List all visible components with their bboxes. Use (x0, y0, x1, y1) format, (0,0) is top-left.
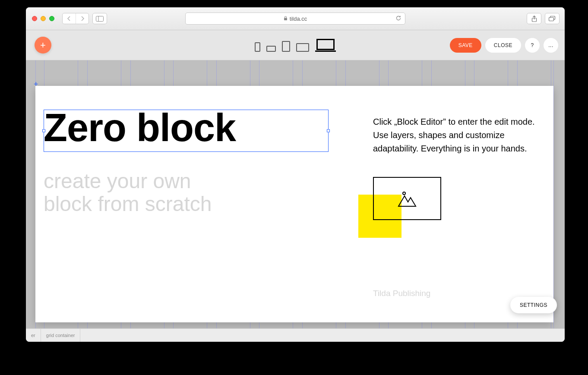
tabs-button[interactable] (545, 13, 560, 24)
resize-handle-right[interactable] (327, 129, 330, 132)
back-button[interactable] (63, 13, 76, 24)
device-desktop-icon[interactable] (315, 39, 336, 52)
editor-toolbar: + SAVE CLOSE ? ... (26, 30, 565, 60)
crumb-item[interactable]: er (26, 329, 41, 342)
svg-point-6 (403, 192, 405, 195)
reload-icon[interactable] (395, 15, 401, 22)
minimize-window-icon[interactable] (41, 16, 46, 21)
subheading-text[interactable]: create your own block from scratch (44, 170, 212, 216)
sidebar-toggle-button[interactable] (92, 13, 107, 24)
device-phone-landscape-icon[interactable] (266, 46, 276, 52)
more-button[interactable]: ... (544, 38, 558, 53)
close-button[interactable]: CLOSE (485, 38, 521, 53)
traffic-lights (32, 16, 54, 21)
svg-rect-2 (284, 18, 287, 20)
device-tablet-portrait-icon[interactable] (282, 41, 290, 52)
help-button[interactable]: ? (525, 38, 540, 53)
device-switcher (255, 39, 336, 52)
address-bar[interactable]: tilda.cc (185, 13, 405, 25)
image-placeholder[interactable] (373, 177, 441, 220)
toolbar-actions: SAVE CLOSE ? ... (450, 38, 558, 53)
settings-button[interactable]: SETTINGS (510, 297, 557, 313)
url-text: tilda.cc (290, 16, 307, 22)
paragraph-text[interactable]: Click „Block Editor” to enter the edit m… (373, 115, 537, 155)
nav-button-group (62, 13, 89, 24)
svg-rect-0 (96, 16, 104, 21)
browser-window: tilda.cc + + SAVE CLOS (26, 7, 565, 342)
svg-rect-5 (549, 17, 554, 21)
zoom-window-icon[interactable] (49, 16, 54, 21)
image-icon (398, 190, 417, 207)
caption-text[interactable]: Tilda Publishing (373, 289, 430, 298)
resize-handle-left[interactable] (42, 129, 45, 132)
artboard[interactable]: + Zero block create your own block from … (35, 86, 553, 322)
footer-breadcrumb: er grid container (26, 328, 565, 342)
browser-titlebar: tilda.cc (26, 7, 565, 30)
lock-icon (284, 16, 288, 22)
device-tablet-landscape-icon[interactable] (296, 43, 309, 52)
crumb-item[interactable]: grid container (41, 329, 81, 342)
share-button[interactable] (527, 13, 541, 24)
add-element-button[interactable]: + (35, 37, 51, 54)
save-button[interactable]: SAVE (450, 38, 481, 53)
forward-button[interactable] (76, 13, 89, 24)
selection-box[interactable] (44, 110, 329, 152)
canvas-area[interactable]: + Zero block create your own block from … (26, 60, 565, 328)
add-guide-icon[interactable]: + (34, 80, 38, 89)
device-phone-portrait-icon[interactable] (255, 42, 260, 52)
titlebar-right-buttons (527, 13, 560, 24)
close-window-icon[interactable] (32, 16, 37, 21)
